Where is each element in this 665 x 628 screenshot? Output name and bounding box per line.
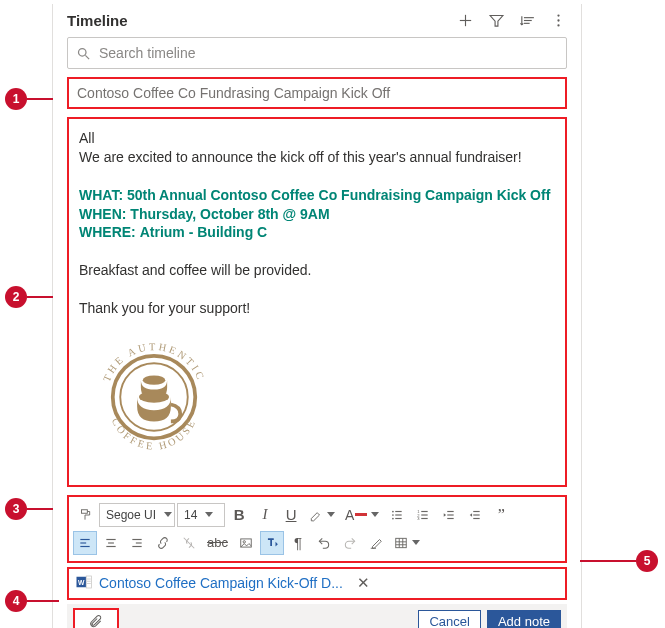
note-title-box[interactable]: Contoso Coffee Co Fundrasing Campaign Ki… <box>67 77 567 109</box>
svg-rect-36 <box>474 518 480 519</box>
svg-line-10 <box>85 55 89 59</box>
search-icon <box>76 46 91 61</box>
timeline-panel: Timeline Contoso Coffee Co Fundrasing Ca… <box>52 4 582 628</box>
callout-4-line <box>27 600 59 602</box>
callout-3-line <box>27 508 53 510</box>
logo-image: THE AUTHENTIC COFFEE HOUSE <box>79 322 555 477</box>
svg-rect-28 <box>422 514 428 515</box>
more-icon[interactable] <box>550 12 567 29</box>
svg-point-9 <box>79 48 87 56</box>
svg-point-13 <box>143 375 166 384</box>
paragraph-mark-button[interactable]: ¶ <box>286 531 310 555</box>
blockquote-button[interactable]: ” <box>489 503 513 527</box>
attachment-name[interactable]: Contoso Coffee Campaign Kick-Off D... <box>99 575 343 591</box>
paperclip-icon <box>89 614 103 628</box>
svg-rect-21 <box>396 511 402 512</box>
svg-rect-22 <box>396 514 402 515</box>
cancel-button[interactable]: Cancel <box>418 610 480 628</box>
note-title-text: Contoso Coffee Co Fundrasing Campaign Ki… <box>77 85 390 101</box>
svg-rect-31 <box>448 514 454 515</box>
svg-rect-23 <box>396 518 402 519</box>
svg-rect-29 <box>422 518 428 519</box>
svg-rect-27 <box>422 511 428 512</box>
bold-button[interactable]: B <box>227 503 251 527</box>
italic-button[interactable]: I <box>253 503 277 527</box>
svg-point-18 <box>392 510 394 512</box>
svg-rect-17 <box>82 510 88 514</box>
svg-point-19 <box>392 514 394 516</box>
body-what: WHAT: 50th Annual Contoso Coffee Co Fund… <box>79 186 555 205</box>
decrease-indent-button[interactable] <box>437 503 461 527</box>
footer-row: Cancel Add note <box>67 604 567 628</box>
link-button[interactable] <box>151 531 175 555</box>
strikethrough-button[interactable]: abc <box>203 531 232 555</box>
align-center-button[interactable] <box>99 531 123 555</box>
bulleted-list-button[interactable] <box>385 503 409 527</box>
svg-rect-32 <box>448 518 454 519</box>
align-left-button[interactable] <box>73 531 97 555</box>
search-box[interactable] <box>67 37 567 69</box>
remove-attachment-button[interactable]: ✕ <box>357 574 370 592</box>
insert-table-button[interactable] <box>390 531 424 555</box>
svg-rect-34 <box>474 511 480 512</box>
svg-line-47 <box>184 538 195 549</box>
insert-image-button[interactable] <box>234 531 258 555</box>
underline-button[interactable]: U <box>279 503 303 527</box>
font-family-select[interactable]: Segoe UI <box>99 503 175 527</box>
svg-rect-59 <box>86 576 91 588</box>
svg-point-6 <box>557 14 559 16</box>
body-greeting: All <box>79 129 555 148</box>
align-right-button[interactable] <box>125 531 149 555</box>
numbered-list-button[interactable]: 123 <box>411 503 435 527</box>
undo-button[interactable] <box>312 531 336 555</box>
svg-marker-50 <box>275 542 277 547</box>
svg-point-7 <box>557 19 559 21</box>
search-input[interactable] <box>97 44 558 62</box>
callout-1-line <box>27 98 53 100</box>
callout-2: 2 <box>5 286 27 308</box>
attach-file-button[interactable] <box>73 608 119 628</box>
body-where: WHERE: Atrium - Building C <box>79 223 555 242</box>
attachment-row: W Contoso Coffee Campaign Kick-Off D... … <box>67 567 567 600</box>
body-when: WHEN: Thursday, October 8th @ 9AM <box>79 205 555 224</box>
rich-text-toolbar: Segoe UI 14 B I U A 123 <box>67 495 567 563</box>
body-line3: Thank you for your support! <box>79 299 555 318</box>
svg-point-14 <box>139 391 169 402</box>
svg-point-8 <box>557 24 559 26</box>
note-body-box[interactable]: All We are excited to announce the kick … <box>67 117 567 487</box>
callout-1: 1 <box>5 88 27 110</box>
callout-4: 4 <box>5 590 27 612</box>
highlight-color-button[interactable] <box>305 503 339 527</box>
body-line2: Breakfast and coffee will be provided. <box>79 261 555 280</box>
svg-rect-35 <box>474 514 480 515</box>
redo-button[interactable] <box>338 531 362 555</box>
callout-5-line <box>580 560 636 562</box>
svg-point-20 <box>392 517 394 519</box>
svg-marker-2 <box>490 16 503 27</box>
svg-point-49 <box>243 540 245 542</box>
clear-format-button[interactable] <box>364 531 388 555</box>
svg-text:W: W <box>78 579 85 586</box>
text-direction-button[interactable] <box>260 531 284 555</box>
body-intro: We are excited to announce the kick off … <box>79 148 555 167</box>
increase-indent-button[interactable] <box>463 503 487 527</box>
svg-marker-33 <box>444 513 446 517</box>
svg-text:3: 3 <box>418 516 421 521</box>
sort-icon[interactable] <box>519 12 536 29</box>
panel-title: Timeline <box>67 12 128 29</box>
add-note-button[interactable]: Add note <box>487 610 561 628</box>
filter-icon[interactable] <box>488 12 505 29</box>
font-color-button[interactable]: A <box>341 503 383 527</box>
callout-2-line <box>27 296 53 298</box>
add-icon[interactable] <box>457 12 474 29</box>
svg-rect-52 <box>396 538 407 547</box>
format-painter-icon[interactable] <box>73 503 97 527</box>
unlink-button[interactable] <box>177 531 201 555</box>
svg-marker-37 <box>470 513 472 517</box>
callout-3: 3 <box>5 498 27 520</box>
callout-5: 5 <box>636 550 658 572</box>
panel-header: Timeline <box>63 4 571 35</box>
svg-rect-30 <box>448 511 454 512</box>
word-doc-icon: W <box>75 573 93 594</box>
font-size-select[interactable]: 14 <box>177 503 225 527</box>
